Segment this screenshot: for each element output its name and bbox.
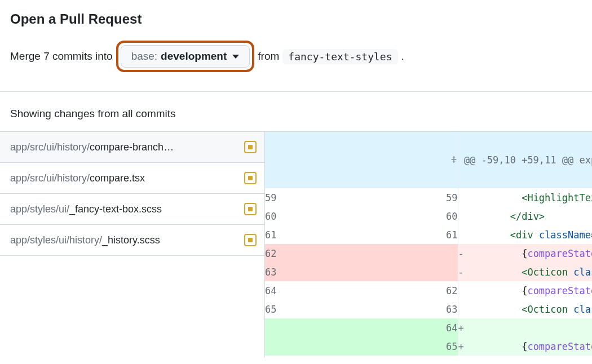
line-number-old: 64 — [265, 281, 276, 300]
diff-line[interactable]: 5959 <HighlightText text= — [265, 188, 592, 207]
diff-code: <Octicon className=' — [464, 300, 592, 318]
line-number-new — [276, 244, 458, 263]
file-list: app/src/ui/history/compare-branch…app/sr… — [0, 132, 265, 357]
line-number-new: 65 — [276, 337, 458, 356]
line-number-old — [265, 318, 276, 337]
file-item[interactable]: app/src/ui/history/compare.tsx — [0, 163, 264, 194]
file-path: app/src/ui/history/compare.tsx — [10, 172, 145, 184]
diff-line[interactable]: 6161 <div className="branch — [265, 225, 592, 244]
changes-header: Showing changes from all commits — [10, 108, 582, 120]
diff-code — [464, 318, 592, 337]
diff-line[interactable]: 62- {compareState.ahead} — [265, 244, 592, 263]
base-branch-selector[interactable]: base: development — [121, 45, 250, 68]
line-number-old: 62 — [265, 244, 276, 263]
diff-line[interactable]: 65+ {compareState.ahead} — [265, 337, 592, 356]
source-branch-tag: fancy-text-styles — [282, 49, 397, 64]
diff-marker: + — [458, 318, 464, 337]
divider — [0, 91, 592, 92]
line-number-new — [276, 263, 458, 281]
diff-code: <div className="branch — [464, 225, 592, 244]
diff-marker: + — [458, 337, 464, 356]
merge-prefix: Merge 7 commits into — [10, 50, 113, 63]
line-number-old — [265, 337, 276, 356]
diff-marker — [458, 225, 464, 244]
diff-line[interactable]: 63- <Octicon className=' — [265, 263, 592, 281]
diff-code: <Octicon className=' — [464, 263, 592, 281]
diff-code: </div> — [464, 207, 592, 225]
diff-code: {compareState.ahead} — [464, 337, 592, 356]
diff-marker — [458, 281, 464, 300]
merge-suffix: . — [401, 50, 404, 63]
base-branch-name: development — [161, 50, 227, 63]
diff-marker: - — [458, 244, 464, 263]
diff-code: {compareState.behind — [464, 281, 592, 300]
file-path: app/styles/ui/_fancy-text-box.scss — [10, 203, 162, 215]
line-number-old: 59 — [265, 188, 276, 207]
line-number-new: 62 — [276, 281, 458, 300]
modified-icon — [244, 203, 257, 215]
base-label: base: — [131, 50, 157, 63]
diff-code: {compareState.ahead} — [464, 244, 592, 263]
line-number-old: 65 — [265, 300, 276, 318]
line-number-new: 63 — [276, 300, 458, 318]
file-item[interactable]: app/styles/ui/history/_history.scss — [0, 225, 264, 256]
file-path: app/src/ui/history/compare-branch… — [10, 141, 174, 153]
chevron-down-icon — [232, 55, 239, 59]
merge-summary: Merge 7 commits into base: development f… — [10, 41, 582, 72]
line-number-old: 63 — [265, 263, 276, 281]
modified-icon — [244, 234, 257, 246]
file-path: app/styles/ui/history/_history.scss — [10, 234, 160, 246]
diff-table: @@ -59,10 +59,11 @@ export cla 5959 <Hig… — [265, 132, 592, 356]
page-title: Open a Pull Request — [10, 11, 582, 27]
diff-line[interactable]: 6462 {compareState.behind — [265, 281, 592, 300]
hunk-header-text: @@ -59,10 +59,11 @@ export cla — [464, 132, 592, 188]
diff-marker — [458, 207, 464, 225]
expand-icon[interactable] — [357, 143, 458, 177]
content-row: app/src/ui/history/compare-branch…app/sr… — [0, 131, 592, 357]
diff-marker — [458, 188, 464, 207]
from-word: from — [258, 50, 279, 63]
file-item[interactable]: app/src/ui/history/compare-branch… — [0, 132, 264, 163]
diff-view: @@ -59,10 +59,11 @@ export cla 5959 <Hig… — [265, 132, 592, 357]
diff-marker: - — [458, 263, 464, 281]
modified-icon — [244, 172, 257, 184]
line-number-old: 60 — [265, 207, 276, 225]
line-number-new: 59 — [276, 188, 458, 207]
line-number-new: 64 — [276, 318, 458, 337]
modified-icon — [244, 141, 257, 153]
line-number-old: 61 — [265, 225, 276, 244]
diff-line[interactable]: 6060 </div> — [265, 207, 592, 225]
diff-line[interactable]: 64+ — [265, 318, 592, 337]
diff-line[interactable]: 6563 <Octicon className=' — [265, 300, 592, 318]
file-item[interactable]: app/styles/ui/_fancy-text-box.scss — [0, 194, 264, 225]
diff-hunk-header[interactable]: @@ -59,10 +59,11 @@ export cla — [265, 132, 592, 188]
line-number-new: 60 — [276, 207, 458, 225]
diff-code: <HighlightText text= — [464, 188, 592, 207]
diff-marker — [458, 300, 464, 318]
base-selector-highlight: base: development — [116, 41, 255, 72]
line-number-new: 61 — [276, 225, 458, 244]
